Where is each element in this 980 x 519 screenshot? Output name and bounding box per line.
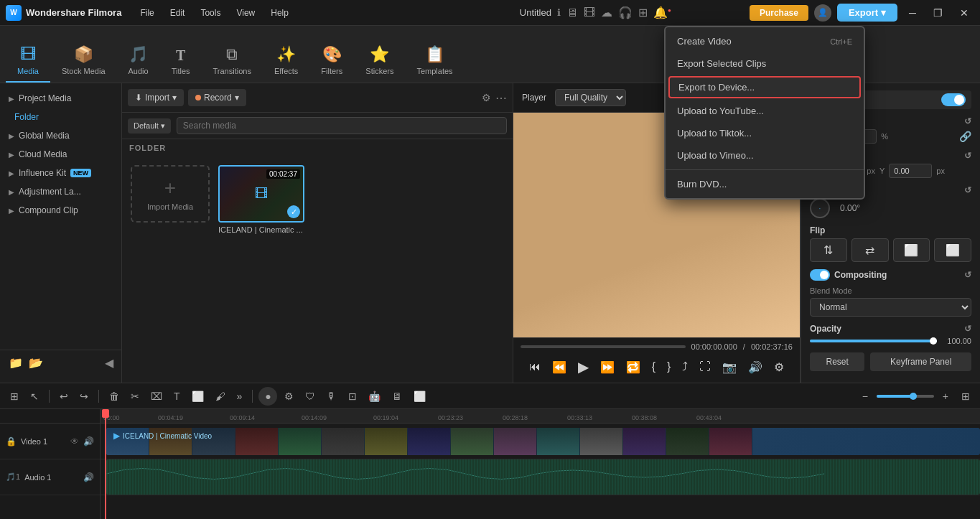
tl-pip-btn[interactable]: ⬜	[409, 388, 430, 405]
tab-transitions[interactable]: ⧉ Transitions	[202, 39, 263, 83]
link-icon[interactable]: 🔗	[959, 131, 971, 142]
folder-label[interactable]: Folder	[0, 108, 121, 126]
tl-multitrack-btn[interactable]: ⊞	[6, 388, 23, 405]
tl-screen-btn[interactable]: 🖥	[388, 388, 406, 405]
tab-effects[interactable]: ✨ Effects	[263, 39, 309, 83]
menu-upload-vimeo[interactable]: Upload to Vimeo...	[666, 144, 864, 167]
tl-undo-btn[interactable]: ↩	[55, 388, 73, 405]
video-clip[interactable]: ▶ ICELAND | Cinematic Video	[106, 428, 980, 455]
keyframe-panel-button[interactable]: Keyframe Panel	[870, 352, 971, 371]
zoom-out-button[interactable]: −	[858, 388, 872, 405]
menu-upload-tiktok[interactable]: Upload to Tiktok...	[666, 122, 864, 144]
apps-icon[interactable]: ⊞	[638, 6, 648, 19]
record-button[interactable]: Record ▾	[188, 89, 246, 106]
tab-filters[interactable]: 🎨 Filters	[309, 39, 354, 83]
zoom-slider[interactable]	[877, 395, 934, 398]
tab-stock-media[interactable]: 📦 Stock Media	[50, 39, 117, 83]
tl-shield-btn[interactable]: 🛡	[301, 388, 319, 405]
rotate-reset-icon[interactable]: ↺	[964, 185, 971, 195]
opacity-reset-icon[interactable]: ↺	[964, 324, 971, 334]
menu-create-video[interactable]: Create Video Ctrl+E	[666, 30, 864, 52]
loop-button[interactable]: 🔁	[623, 357, 643, 377]
section-global-media[interactable]: ▶ Global Media	[0, 126, 121, 145]
opacity-slider[interactable]	[810, 340, 937, 342]
tl-text-btn[interactable]: T	[169, 388, 185, 405]
section-adjustment[interactable]: ▶ Adjustment La...	[0, 182, 121, 201]
playhead[interactable]	[105, 409, 106, 519]
progress-bar[interactable]	[521, 345, 686, 348]
menu-burn-dvd[interactable]: Burn DVD...	[666, 173, 864, 195]
export-button[interactable]: Export ▾	[837, 4, 897, 22]
close-button[interactable]: ✕	[954, 4, 974, 22]
tl-more-btn[interactable]: »	[233, 388, 247, 405]
tab-templates[interactable]: 📋 Templates	[405, 39, 464, 83]
section-compound-clip[interactable]: ▶ Compound Clip	[0, 201, 121, 220]
menu-file[interactable]: File	[133, 5, 161, 21]
tab-stickers[interactable]: ⭐ Stickers	[354, 39, 405, 83]
info-icon[interactable]: ℹ	[557, 7, 561, 18]
add-folder-icon[interactable]: 📁	[9, 356, 23, 370]
tl-speed-btn[interactable]: ⬜	[187, 388, 208, 405]
notification-icon[interactable]: 🔔●	[653, 6, 671, 19]
search-input[interactable]	[177, 117, 507, 134]
snapshot-button[interactable]: 📷	[719, 357, 739, 377]
zoom-in-button[interactable]: +	[938, 388, 953, 405]
tl-grid-btn[interactable]: ⊞	[957, 388, 974, 405]
purchase-button[interactable]: Purchase	[750, 5, 808, 21]
menu-export-device[interactable]: Export to Device...	[668, 76, 861, 98]
film-icon[interactable]: 🎞	[584, 6, 595, 19]
fullscreen-button[interactable]: ⛶	[696, 357, 714, 376]
position-reset-icon[interactable]: ↺	[964, 151, 971, 161]
menu-export-selected[interactable]: Export Selected Clips	[666, 52, 864, 75]
section-influence-kit[interactable]: ▶ Influence Kit NEW	[0, 164, 121, 182]
menu-edit[interactable]: Edit	[163, 5, 192, 21]
tl-cut-btn[interactable]: ✂	[126, 388, 144, 405]
reset-button[interactable]: Reset	[810, 352, 864, 371]
scale-reset-icon[interactable]: ↺	[964, 116, 971, 126]
eye-icon[interactable]: 👁	[70, 436, 79, 446]
section-project-media[interactable]: ▶ Project Media	[0, 89, 121, 108]
extract-button[interactable]: ⤴	[679, 357, 691, 376]
settings-button[interactable]: ⚙	[771, 357, 787, 377]
tl-color-btn[interactable]: 🖌	[211, 388, 230, 405]
mute-icon[interactable]: 🔊	[83, 472, 94, 482]
play-button[interactable]: ▶	[575, 355, 592, 378]
tl-mic-btn[interactable]: 🎙	[322, 388, 341, 405]
tl-layout-btn[interactable]: ⊡	[344, 388, 361, 405]
default-dropdown[interactable]: Default ▾	[128, 118, 171, 134]
audio-clip[interactable]	[106, 459, 980, 495]
in-point-button[interactable]: {	[649, 357, 658, 376]
filter-icon[interactable]: ⚙	[482, 92, 491, 103]
blend-mode-select[interactable]: Normal Multiply Screen	[810, 298, 971, 317]
tl-ai-btn[interactable]: 🤖	[364, 388, 385, 405]
out-point-button[interactable]: }	[664, 357, 673, 376]
rotate-dial[interactable]: ·	[810, 198, 830, 218]
media-item-iceland[interactable]: 00:02:37 🎞 ✓ ICELAND | Cinematic ...	[218, 165, 304, 234]
minimize-button[interactable]: ─	[903, 4, 922, 22]
tl-crop-btn[interactable]: ⌧	[146, 388, 167, 405]
menu-view[interactable]: View	[229, 5, 262, 21]
lock-icon[interactable]: 🔒	[6, 436, 17, 446]
tl-redo-btn[interactable]: ↪	[75, 388, 93, 405]
cloud-up-icon[interactable]: ☁	[601, 6, 612, 19]
tl-playhead-center[interactable]: ●	[258, 387, 277, 406]
tl-select-btn[interactable]: ↖	[26, 388, 43, 405]
import-media-box[interactable]: + Import Media	[131, 165, 210, 223]
compositing-reset-icon[interactable]: ↺	[964, 270, 971, 280]
position-y-input[interactable]	[889, 164, 932, 178]
tl-delete-btn[interactable]: 🗑	[105, 388, 123, 405]
step-back-button[interactable]: ⏪	[549, 357, 569, 377]
go-start-button[interactable]: ⏮	[526, 357, 543, 376]
headphones-icon[interactable]: 🎧	[618, 6, 633, 19]
maximize-button[interactable]: ❐	[928, 4, 948, 22]
step-forward-button[interactable]: ⏩	[597, 357, 617, 377]
monitor-icon[interactable]: 🖥	[566, 6, 578, 19]
compositing-toggle2[interactable]	[810, 269, 830, 281]
speaker-icon[interactable]: 🔊	[83, 436, 94, 446]
flip-h-button[interactable]: ⇅	[810, 238, 847, 262]
flip-diag2-button[interactable]: ⬜	[934, 238, 971, 262]
tab-audio[interactable]: 🎵 Audio	[117, 39, 160, 83]
tl-settings-btn[interactable]: ⚙	[280, 388, 298, 405]
volume-button[interactable]: 🔊	[745, 357, 765, 377]
quality-select[interactable]: Full Quality	[555, 89, 626, 106]
